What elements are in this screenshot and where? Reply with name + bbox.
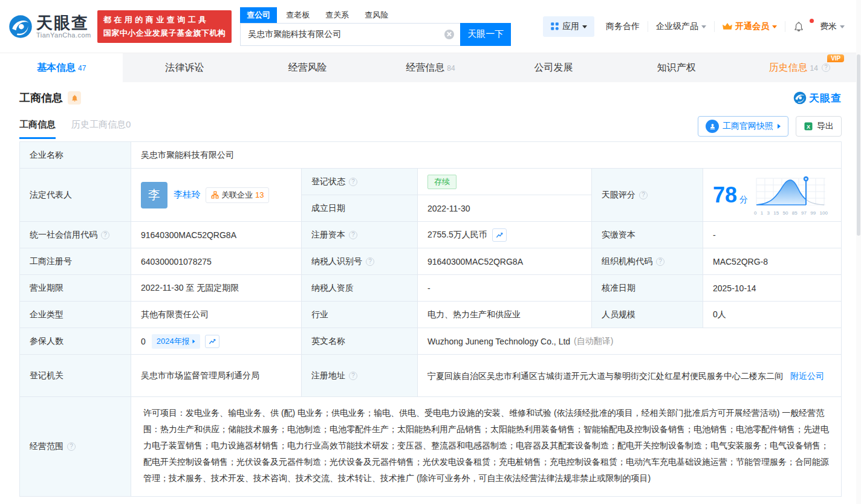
tab-legal[interactable]: 法律诉讼 [123,53,245,82]
help-icon[interactable] [349,178,357,186]
paid-capital-value: - [703,222,841,248]
search-tab-risk[interactable]: 查风险 [358,7,395,23]
industry-label: 行业 [302,302,418,328]
tab-basic-info[interactable]: 基本信息 47 [0,53,123,82]
nav-open-vip[interactable]: 开通会员 [714,21,785,32]
help-icon[interactable] [639,191,648,199]
org-code-label-cell: 组织机构代码 [592,248,703,275]
org-code-value: MAC52QRG-8 [703,248,841,275]
insured-trend-icon[interactable] [205,335,219,348]
insured-count: 0 [141,337,146,346]
legal-rep-label: 法定代表人 [20,169,131,222]
table-row: 登记机关 吴忠市市场监督管理局利通分局 注册地址 宁夏回族自治区吴忠市利通区古城… [20,355,841,397]
nav-vip-label: 开通会员 [735,21,769,32]
business-scope-label-cell: 经营范围 [20,397,131,497]
stamp-icon [706,120,719,133]
subtab-business-info[interactable]: 工商信息 [19,119,56,139]
promo-banner: 都在用的商业查询工具 国家中小企业发展子基金旗下机构 [97,10,232,43]
scrollbar-thumb[interactable] [857,54,860,236]
table-row: 企业名称 吴忠市聚能科技有限公司 [20,142,841,169]
legal-rep-link[interactable]: 李桂玲 [174,189,201,201]
annual-report-badge[interactable]: 2024年报 [152,334,200,349]
tab-history-info[interactable]: VIP 历史信息 14 [738,53,861,82]
official-snapshot-button[interactable]: 工商官网快照 [698,116,788,137]
help-icon[interactable] [822,63,830,72]
tab-intellectual-property[interactable]: 知识产权 [615,53,738,82]
auto-translate-note: (自动翻译) [574,336,613,347]
reg-address-cell: 宁夏回族自治区吴忠市利通区古城街道开元大道与黎明街交汇处红星村便民服务中心二楼东… [418,355,841,397]
search-tab-company[interactable]: 查公司 [240,7,277,23]
logo-subtitle: TianYanCha.com [36,31,91,39]
header-nav: 应用 商务合作 企业级产品 开通会员 费米 [543,16,853,37]
company-name-value: 吴忠市聚能科技有限公司 [131,142,841,169]
legal-rep-cell: 李 李桂玲 关联企业 13 [131,169,302,222]
vip-badge: VIP [827,54,844,62]
paid-capital-label: 实缴资本 [592,222,703,248]
nav-cooperation-label: 商务合作 [606,21,640,32]
help-icon[interactable] [101,231,109,239]
help-icon[interactable] [366,257,374,266]
export-button[interactable]: X 导出 [796,116,842,137]
company-tabbar: 基本信息 47 法律诉讼 经营风险 经营信息 84 公司发展 知识产权 VIP … [0,53,861,82]
tab-operating-risk[interactable]: 经营风险 [246,53,369,82]
tab-label: 法律诉讼 [165,62,204,74]
subtab-bar: 工商信息 历史工商信息0 工商官网快照 X 导出 [19,116,842,141]
related-label: 关联企业 [221,190,253,201]
svg-text:X: X [807,124,810,130]
table-row: 法定代表人 李 李桂玲 关联企业 13 登记状态 [20,169,841,222]
reg-no-label: 工商注册号 [20,248,131,275]
crown-icon [723,22,732,31]
reg-capital-label: 注册资本 [311,230,345,241]
help-icon[interactable] [656,257,664,266]
nav-apps[interactable]: 应用 [543,16,594,37]
company-type-label: 企业类型 [20,302,131,328]
section-title: 工商信息 [19,91,63,105]
tab-business-info[interactable]: 经营信息 84 [369,53,492,82]
help-icon[interactable] [349,372,357,380]
capital-trend-icon[interactable] [492,228,507,242]
avatar[interactable]: 李 [141,182,167,208]
business-scope-value: 许可项目：发电业务、输电业务、供 (配) 电业务；供电业务；输电、供电、受电电力… [131,397,841,497]
clear-search-icon[interactable] [444,30,454,39]
subscribe-bell-button[interactable] [68,91,81,105]
english-name-cell: Wuzhong Juneng Technology Co., Ltd (自动翻译… [418,328,841,355]
related-count: 13 [255,190,264,199]
scrollbar[interactable] [856,0,861,504]
snapshot-label: 工商官网快照 [723,121,773,132]
taxpayer-id-value: 91640300MAC52QRG8A [418,248,592,275]
status-badge: 存续 [427,175,456,189]
search-button[interactable]: 天眼一下 [460,23,511,46]
nav-user[interactable]: 费米 [812,21,853,32]
related-companies-badge[interactable]: 关联企业 13 [206,187,269,203]
search-area: 查公司 查老板 查关系 查风险 天眼一下 [240,7,511,46]
score-distribution-chart[interactable]: 0131550859799100 [754,175,828,216]
reg-address-label: 注册地址 [311,370,345,381]
help-icon[interactable] [349,231,357,239]
search-tab-boss[interactable]: 查老板 [279,7,316,23]
notifications-bell[interactable] [785,21,812,32]
tab-label: 经营风险 [288,62,327,74]
reg-authority-label: 登记机关 [20,355,131,397]
arrow-right-icon [778,124,781,129]
search-input[interactable] [240,23,460,46]
nav-cooperation[interactable]: 商务合作 [598,21,648,32]
english-name-label: 英文名称 [302,328,418,355]
subtab-history-business-info[interactable]: 历史工商信息0 [71,119,131,139]
tab-company-development[interactable]: 公司发展 [492,53,615,82]
search-tab-relation[interactable]: 查关系 [319,7,356,23]
tianyancha-logo[interactable]: 天眼查 TianYanCha.com [8,15,91,39]
logo-title: 天眼查 [36,15,91,31]
business-term-label: 营业期限 [20,275,131,302]
est-date-label: 成立日期 [302,195,418,222]
tab-count: 14 [810,64,818,73]
table-row: 统一社会信用代码 91640300MAC52QRG8A 注册资本 2755.5万… [20,222,841,248]
industry-value: 电力、热力生产和供应业 [418,302,592,328]
uscc-label-cell: 统一社会信用代码 [20,222,131,248]
tab-count: 47 [78,64,86,73]
score-unit: 分 [739,195,748,204]
help-icon[interactable] [67,442,76,451]
nearby-companies-link[interactable]: 附近公司 [790,371,824,381]
reg-capital-label-cell: 注册资本 [302,222,418,248]
top-header: 天眼查 TianYanCha.com 都在用的商业查询工具 国家中小企业发展子基… [0,0,861,53]
nav-enterprise[interactable]: 企业级产品 [648,21,714,32]
